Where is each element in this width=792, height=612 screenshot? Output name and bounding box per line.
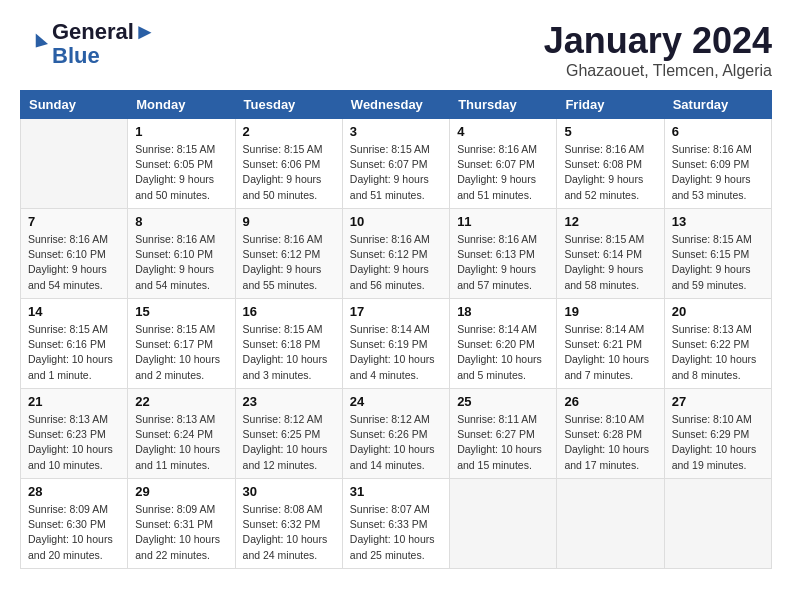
page-header: General► Blue January 2024 Ghazaouet, Tl… — [20, 20, 772, 80]
calendar-cell: 28Sunrise: 8:09 AMSunset: 6:30 PMDayligh… — [21, 479, 128, 569]
day-info: Sunrise: 8:16 AMSunset: 6:12 PMDaylight:… — [350, 232, 442, 293]
day-info: Sunrise: 8:14 AMSunset: 6:20 PMDaylight:… — [457, 322, 549, 383]
calendar-cell: 6Sunrise: 8:16 AMSunset: 6:09 PMDaylight… — [664, 119, 771, 209]
column-header-thursday: Thursday — [450, 91, 557, 119]
day-info: Sunrise: 8:15 AMSunset: 6:16 PMDaylight:… — [28, 322, 120, 383]
calendar-cell — [664, 479, 771, 569]
day-number: 31 — [350, 484, 442, 499]
day-number: 15 — [135, 304, 227, 319]
day-info: Sunrise: 8:16 AMSunset: 6:07 PMDaylight:… — [457, 142, 549, 203]
day-info: Sunrise: 8:11 AMSunset: 6:27 PMDaylight:… — [457, 412, 549, 473]
day-number: 24 — [350, 394, 442, 409]
day-info: Sunrise: 8:16 AMSunset: 6:10 PMDaylight:… — [28, 232, 120, 293]
day-number: 1 — [135, 124, 227, 139]
day-info: Sunrise: 8:15 AMSunset: 6:14 PMDaylight:… — [564, 232, 656, 293]
calendar-cell: 11Sunrise: 8:16 AMSunset: 6:13 PMDayligh… — [450, 209, 557, 299]
day-number: 11 — [457, 214, 549, 229]
column-header-saturday: Saturday — [664, 91, 771, 119]
week-row-3: 14Sunrise: 8:15 AMSunset: 6:16 PMDayligh… — [21, 299, 772, 389]
day-info: Sunrise: 8:07 AMSunset: 6:33 PMDaylight:… — [350, 502, 442, 563]
calendar-cell: 22Sunrise: 8:13 AMSunset: 6:24 PMDayligh… — [128, 389, 235, 479]
calendar-header-row: SundayMondayTuesdayWednesdayThursdayFrid… — [21, 91, 772, 119]
calendar-cell: 15Sunrise: 8:15 AMSunset: 6:17 PMDayligh… — [128, 299, 235, 389]
column-header-friday: Friday — [557, 91, 664, 119]
day-number: 27 — [672, 394, 764, 409]
calendar-cell: 14Sunrise: 8:15 AMSunset: 6:16 PMDayligh… — [21, 299, 128, 389]
day-info: Sunrise: 8:13 AMSunset: 6:24 PMDaylight:… — [135, 412, 227, 473]
calendar-table: SundayMondayTuesdayWednesdayThursdayFrid… — [20, 90, 772, 569]
location-title: Ghazaouet, Tlemcen, Algeria — [544, 62, 772, 80]
day-number: 4 — [457, 124, 549, 139]
day-number: 8 — [135, 214, 227, 229]
day-number: 14 — [28, 304, 120, 319]
day-info: Sunrise: 8:16 AMSunset: 6:12 PMDaylight:… — [243, 232, 335, 293]
day-number: 3 — [350, 124, 442, 139]
day-info: Sunrise: 8:09 AMSunset: 6:31 PMDaylight:… — [135, 502, 227, 563]
day-info: Sunrise: 8:15 AMSunset: 6:17 PMDaylight:… — [135, 322, 227, 383]
logo: General► Blue — [20, 20, 156, 68]
calendar-cell: 2Sunrise: 8:15 AMSunset: 6:06 PMDaylight… — [235, 119, 342, 209]
calendar-cell: 18Sunrise: 8:14 AMSunset: 6:20 PMDayligh… — [450, 299, 557, 389]
day-info: Sunrise: 8:16 AMSunset: 6:08 PMDaylight:… — [564, 142, 656, 203]
day-info: Sunrise: 8:12 AMSunset: 6:26 PMDaylight:… — [350, 412, 442, 473]
day-number: 30 — [243, 484, 335, 499]
calendar-cell — [21, 119, 128, 209]
day-number: 5 — [564, 124, 656, 139]
calendar-cell: 19Sunrise: 8:14 AMSunset: 6:21 PMDayligh… — [557, 299, 664, 389]
logo-icon — [20, 30, 48, 58]
title-block: January 2024 Ghazaouet, Tlemcen, Algeria — [544, 20, 772, 80]
day-number: 19 — [564, 304, 656, 319]
day-info: Sunrise: 8:08 AMSunset: 6:32 PMDaylight:… — [243, 502, 335, 563]
day-info: Sunrise: 8:14 AMSunset: 6:21 PMDaylight:… — [564, 322, 656, 383]
day-info: Sunrise: 8:10 AMSunset: 6:29 PMDaylight:… — [672, 412, 764, 473]
day-info: Sunrise: 8:10 AMSunset: 6:28 PMDaylight:… — [564, 412, 656, 473]
logo-text: General► Blue — [52, 20, 156, 68]
calendar-cell: 7Sunrise: 8:16 AMSunset: 6:10 PMDaylight… — [21, 209, 128, 299]
week-row-5: 28Sunrise: 8:09 AMSunset: 6:30 PMDayligh… — [21, 479, 772, 569]
calendar-cell: 25Sunrise: 8:11 AMSunset: 6:27 PMDayligh… — [450, 389, 557, 479]
calendar-cell: 26Sunrise: 8:10 AMSunset: 6:28 PMDayligh… — [557, 389, 664, 479]
day-number: 9 — [243, 214, 335, 229]
day-number: 28 — [28, 484, 120, 499]
calendar-cell: 1Sunrise: 8:15 AMSunset: 6:05 PMDaylight… — [128, 119, 235, 209]
day-info: Sunrise: 8:15 AMSunset: 6:06 PMDaylight:… — [243, 142, 335, 203]
day-number: 23 — [243, 394, 335, 409]
day-number: 25 — [457, 394, 549, 409]
day-info: Sunrise: 8:12 AMSunset: 6:25 PMDaylight:… — [243, 412, 335, 473]
calendar-cell: 20Sunrise: 8:13 AMSunset: 6:22 PMDayligh… — [664, 299, 771, 389]
day-number: 22 — [135, 394, 227, 409]
calendar-cell: 24Sunrise: 8:12 AMSunset: 6:26 PMDayligh… — [342, 389, 449, 479]
calendar-cell: 27Sunrise: 8:10 AMSunset: 6:29 PMDayligh… — [664, 389, 771, 479]
day-info: Sunrise: 8:16 AMSunset: 6:10 PMDaylight:… — [135, 232, 227, 293]
calendar-cell: 29Sunrise: 8:09 AMSunset: 6:31 PMDayligh… — [128, 479, 235, 569]
day-number: 20 — [672, 304, 764, 319]
column-header-monday: Monday — [128, 91, 235, 119]
day-number: 29 — [135, 484, 227, 499]
day-number: 17 — [350, 304, 442, 319]
day-number: 6 — [672, 124, 764, 139]
calendar-cell: 30Sunrise: 8:08 AMSunset: 6:32 PMDayligh… — [235, 479, 342, 569]
calendar-cell: 12Sunrise: 8:15 AMSunset: 6:14 PMDayligh… — [557, 209, 664, 299]
day-info: Sunrise: 8:15 AMSunset: 6:15 PMDaylight:… — [672, 232, 764, 293]
day-info: Sunrise: 8:13 AMSunset: 6:22 PMDaylight:… — [672, 322, 764, 383]
calendar-cell: 17Sunrise: 8:14 AMSunset: 6:19 PMDayligh… — [342, 299, 449, 389]
column-header-tuesday: Tuesday — [235, 91, 342, 119]
day-number: 13 — [672, 214, 764, 229]
calendar-cell: 23Sunrise: 8:12 AMSunset: 6:25 PMDayligh… — [235, 389, 342, 479]
day-number: 21 — [28, 394, 120, 409]
calendar-cell: 16Sunrise: 8:15 AMSunset: 6:18 PMDayligh… — [235, 299, 342, 389]
column-header-sunday: Sunday — [21, 91, 128, 119]
day-info: Sunrise: 8:16 AMSunset: 6:09 PMDaylight:… — [672, 142, 764, 203]
day-info: Sunrise: 8:15 AMSunset: 6:05 PMDaylight:… — [135, 142, 227, 203]
day-number: 18 — [457, 304, 549, 319]
day-info: Sunrise: 8:13 AMSunset: 6:23 PMDaylight:… — [28, 412, 120, 473]
day-number: 7 — [28, 214, 120, 229]
calendar-cell — [557, 479, 664, 569]
calendar-cell: 8Sunrise: 8:16 AMSunset: 6:10 PMDaylight… — [128, 209, 235, 299]
day-info: Sunrise: 8:09 AMSunset: 6:30 PMDaylight:… — [28, 502, 120, 563]
calendar-cell: 4Sunrise: 8:16 AMSunset: 6:07 PMDaylight… — [450, 119, 557, 209]
calendar-cell: 21Sunrise: 8:13 AMSunset: 6:23 PMDayligh… — [21, 389, 128, 479]
day-number: 16 — [243, 304, 335, 319]
column-header-wednesday: Wednesday — [342, 91, 449, 119]
week-row-4: 21Sunrise: 8:13 AMSunset: 6:23 PMDayligh… — [21, 389, 772, 479]
